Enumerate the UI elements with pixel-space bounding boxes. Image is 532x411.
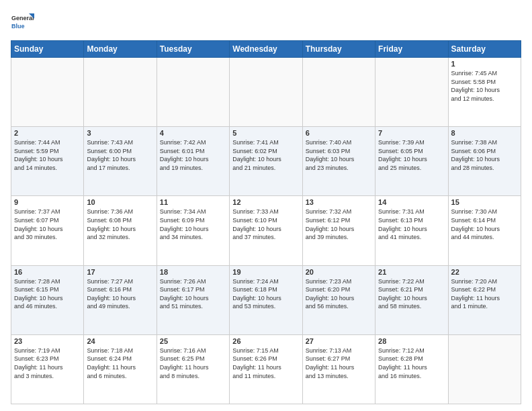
day-info: Sunrise: 7:28 AM Sunset: 6:15 PM Dayligh… bbox=[14, 277, 81, 311]
day-header-wednesday: Wednesday bbox=[230, 41, 302, 58]
day-number: 26 bbox=[232, 337, 299, 345]
calendar-cell: 11Sunrise: 7:34 AM Sunset: 6:09 PM Dayli… bbox=[157, 196, 229, 265]
day-info: Sunrise: 7:44 AM Sunset: 5:59 PM Dayligh… bbox=[14, 138, 81, 172]
day-header-thursday: Thursday bbox=[302, 41, 375, 58]
day-info: Sunrise: 7:34 AM Sunset: 6:09 PM Dayligh… bbox=[160, 208, 226, 241]
svg-text:General: General bbox=[11, 15, 34, 21]
calendar-cell bbox=[448, 334, 521, 404]
day-header-sunday: Sunday bbox=[11, 41, 84, 58]
day-number: 11 bbox=[160, 198, 226, 206]
calendar-week-5: 23Sunrise: 7:19 AM Sunset: 6:23 PM Dayli… bbox=[11, 334, 521, 404]
day-number: 25 bbox=[160, 337, 226, 345]
calendar-week-2: 2Sunrise: 7:44 AM Sunset: 5:59 PM Daylig… bbox=[11, 127, 521, 196]
day-info: Sunrise: 7:43 AM Sunset: 6:00 PM Dayligh… bbox=[87, 138, 153, 172]
day-header-friday: Friday bbox=[375, 41, 448, 58]
day-number: 14 bbox=[378, 198, 445, 206]
day-number: 23 bbox=[14, 337, 81, 345]
calendar-cell: 4Sunrise: 7:42 AM Sunset: 6:01 PM Daylig… bbox=[157, 127, 229, 196]
day-info: Sunrise: 7:33 AM Sunset: 6:10 PM Dayligh… bbox=[232, 208, 299, 241]
day-number: 10 bbox=[87, 198, 153, 206]
calendar-cell: 22Sunrise: 7:20 AM Sunset: 6:22 PM Dayli… bbox=[448, 265, 521, 334]
day-number: 27 bbox=[306, 337, 372, 345]
day-info: Sunrise: 7:16 AM Sunset: 6:25 PM Dayligh… bbox=[160, 347, 226, 380]
calendar-cell: 27Sunrise: 7:13 AM Sunset: 6:27 PM Dayli… bbox=[302, 334, 375, 404]
calendar-cell: 10Sunrise: 7:36 AM Sunset: 6:08 PM Dayli… bbox=[84, 196, 157, 265]
header: General Blue bbox=[11, 11, 521, 35]
day-header-monday: Monday bbox=[84, 41, 157, 58]
calendar-week-4: 16Sunrise: 7:28 AM Sunset: 6:15 PM Dayli… bbox=[11, 265, 521, 334]
day-number: 21 bbox=[378, 268, 445, 276]
day-number: 22 bbox=[451, 268, 518, 276]
calendar-cell: 9Sunrise: 7:37 AM Sunset: 6:07 PM Daylig… bbox=[11, 196, 84, 265]
calendar-cell: 28Sunrise: 7:12 AM Sunset: 6:28 PM Dayli… bbox=[375, 334, 448, 404]
calendar-cell: 25Sunrise: 7:16 AM Sunset: 6:25 PM Dayli… bbox=[157, 334, 229, 404]
day-number: 3 bbox=[87, 129, 153, 137]
calendar-cell bbox=[230, 58, 302, 127]
calendar-cell: 12Sunrise: 7:33 AM Sunset: 6:10 PM Dayli… bbox=[230, 196, 302, 265]
day-header-tuesday: Tuesday bbox=[157, 41, 229, 58]
day-number: 13 bbox=[306, 198, 372, 206]
day-info: Sunrise: 7:27 AM Sunset: 6:16 PM Dayligh… bbox=[87, 277, 153, 311]
day-info: Sunrise: 7:15 AM Sunset: 6:26 PM Dayligh… bbox=[232, 347, 299, 380]
day-info: Sunrise: 7:41 AM Sunset: 6:02 PM Dayligh… bbox=[232, 138, 299, 172]
day-info: Sunrise: 7:45 AM Sunset: 5:58 PM Dayligh… bbox=[451, 69, 518, 103]
day-info: Sunrise: 7:40 AM Sunset: 6:03 PM Dayligh… bbox=[306, 138, 372, 172]
day-info: Sunrise: 7:30 AM Sunset: 6:14 PM Dayligh… bbox=[451, 208, 518, 241]
day-number: 1 bbox=[451, 60, 518, 68]
day-number: 8 bbox=[451, 129, 518, 137]
calendar-cell: 13Sunrise: 7:32 AM Sunset: 6:12 PM Dayli… bbox=[302, 196, 375, 265]
calendar-cell: 18Sunrise: 7:26 AM Sunset: 6:17 PM Dayli… bbox=[157, 265, 229, 334]
calendar-cell: 14Sunrise: 7:31 AM Sunset: 6:13 PM Dayli… bbox=[375, 196, 448, 265]
calendar-cell: 20Sunrise: 7:23 AM Sunset: 6:20 PM Dayli… bbox=[302, 265, 375, 334]
day-number: 9 bbox=[14, 198, 81, 206]
day-info: Sunrise: 7:18 AM Sunset: 6:24 PM Dayligh… bbox=[87, 347, 153, 380]
day-info: Sunrise: 7:36 AM Sunset: 6:08 PM Dayligh… bbox=[87, 208, 153, 241]
calendar-cell: 5Sunrise: 7:41 AM Sunset: 6:02 PM Daylig… bbox=[230, 127, 302, 196]
calendar-cell: 21Sunrise: 7:22 AM Sunset: 6:21 PM Dayli… bbox=[375, 265, 448, 334]
day-number: 16 bbox=[14, 268, 81, 276]
day-header-saturday: Saturday bbox=[448, 41, 521, 58]
day-number: 17 bbox=[87, 268, 153, 276]
calendar-cell bbox=[11, 58, 84, 127]
day-number: 4 bbox=[160, 129, 226, 137]
logo: General Blue bbox=[11, 11, 35, 35]
day-number: 6 bbox=[306, 129, 372, 137]
calendar-cell: 24Sunrise: 7:18 AM Sunset: 6:24 PM Dayli… bbox=[84, 334, 157, 404]
day-info: Sunrise: 7:23 AM Sunset: 6:20 PM Dayligh… bbox=[306, 277, 372, 311]
day-info: Sunrise: 7:37 AM Sunset: 6:07 PM Dayligh… bbox=[14, 208, 81, 241]
day-info: Sunrise: 7:13 AM Sunset: 6:27 PM Dayligh… bbox=[306, 347, 372, 380]
calendar-cell bbox=[157, 58, 229, 127]
calendar-cell bbox=[375, 58, 448, 127]
day-info: Sunrise: 7:24 AM Sunset: 6:18 PM Dayligh… bbox=[232, 277, 299, 311]
calendar-cell: 23Sunrise: 7:19 AM Sunset: 6:23 PM Dayli… bbox=[11, 334, 84, 404]
day-number: 28 bbox=[378, 337, 445, 345]
day-number: 20 bbox=[306, 268, 372, 276]
calendar-cell: 8Sunrise: 7:38 AM Sunset: 6:06 PM Daylig… bbox=[448, 127, 521, 196]
calendar-cell: 15Sunrise: 7:30 AM Sunset: 6:14 PM Dayli… bbox=[448, 196, 521, 265]
calendar-table: SundayMondayTuesdayWednesdayThursdayFrid… bbox=[11, 40, 521, 404]
day-number: 7 bbox=[378, 129, 445, 137]
day-info: Sunrise: 7:38 AM Sunset: 6:06 PM Dayligh… bbox=[451, 138, 518, 172]
calendar-cell: 2Sunrise: 7:44 AM Sunset: 5:59 PM Daylig… bbox=[11, 127, 84, 196]
calendar-cell: 17Sunrise: 7:27 AM Sunset: 6:16 PM Dayli… bbox=[84, 265, 157, 334]
day-info: Sunrise: 7:42 AM Sunset: 6:01 PM Dayligh… bbox=[160, 138, 226, 172]
day-info: Sunrise: 7:12 AM Sunset: 6:28 PM Dayligh… bbox=[378, 347, 445, 380]
calendar-cell: 26Sunrise: 7:15 AM Sunset: 6:26 PM Dayli… bbox=[230, 334, 302, 404]
calendar-cell bbox=[302, 58, 375, 127]
calendar-cell: 6Sunrise: 7:40 AM Sunset: 6:03 PM Daylig… bbox=[302, 127, 375, 196]
day-info: Sunrise: 7:22 AM Sunset: 6:21 PM Dayligh… bbox=[378, 277, 445, 311]
day-info: Sunrise: 7:32 AM Sunset: 6:12 PM Dayligh… bbox=[306, 208, 372, 241]
svg-text:Blue: Blue bbox=[11, 23, 25, 30]
day-info: Sunrise: 7:19 AM Sunset: 6:23 PM Dayligh… bbox=[14, 347, 81, 380]
calendar-week-1: 1Sunrise: 7:45 AM Sunset: 5:58 PM Daylig… bbox=[11, 58, 521, 127]
day-number: 24 bbox=[87, 337, 153, 345]
page: General Blue SundayMondayTuesdayWednesda… bbox=[0, 0, 532, 411]
day-number: 5 bbox=[232, 129, 299, 137]
calendar-cell: 16Sunrise: 7:28 AM Sunset: 6:15 PM Dayli… bbox=[11, 265, 84, 334]
calendar-cell: 19Sunrise: 7:24 AM Sunset: 6:18 PM Dayli… bbox=[230, 265, 302, 334]
day-info: Sunrise: 7:26 AM Sunset: 6:17 PM Dayligh… bbox=[160, 277, 226, 311]
calendar-cell: 3Sunrise: 7:43 AM Sunset: 6:00 PM Daylig… bbox=[84, 127, 157, 196]
calendar-week-3: 9Sunrise: 7:37 AM Sunset: 6:07 PM Daylig… bbox=[11, 196, 521, 265]
day-info: Sunrise: 7:39 AM Sunset: 6:05 PM Dayligh… bbox=[378, 138, 445, 172]
calendar-header-row: SundayMondayTuesdayWednesdayThursdayFrid… bbox=[11, 41, 521, 58]
